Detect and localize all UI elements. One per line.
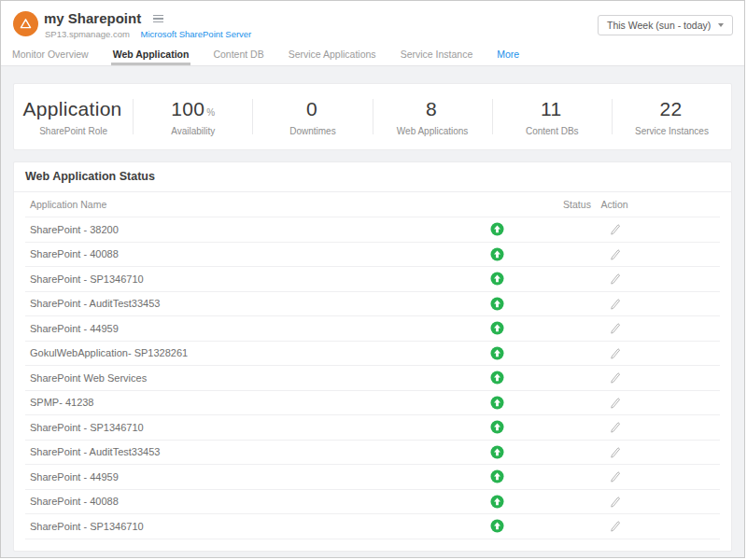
edit-button[interactable] — [596, 248, 633, 260]
pencil-icon — [609, 496, 621, 508]
status-up-icon — [490, 272, 504, 286]
table-row: SharePoint - 38200 — [25, 217, 720, 243]
table-row: SharePoint - SP1346710 — [25, 267, 720, 292]
pencil-icon — [609, 298, 621, 310]
stat-label: Service Instances — [613, 126, 731, 136]
stat-value: 100 — [171, 98, 204, 119]
status-up-icon — [490, 495, 504, 509]
tab-bar: Monitor Overview Web Application Content… — [1, 48, 744, 66]
server-type-link[interactable]: Microsoft SharePoint Server — [140, 29, 251, 39]
tab-content-db[interactable]: Content DB — [211, 48, 265, 65]
stat-value: 8 — [426, 98, 437, 119]
table-header-row: Application Name Status Action — [25, 192, 720, 217]
host-name: SP13.spmanage.com — [45, 29, 130, 39]
stat-value: 22 — [659, 98, 682, 119]
edit-button[interactable] — [596, 496, 633, 508]
edit-button[interactable] — [596, 520, 633, 532]
status-cell — [484, 272, 510, 286]
main-content: Application SharePoint Role 100% Availab… — [1, 66, 744, 552]
status-up-icon — [490, 420, 504, 434]
edit-button[interactable] — [596, 421, 633, 433]
application-name: GokulWebApplication- SP1328261 — [30, 347, 484, 358]
status-cell — [484, 469, 510, 483]
tab-more[interactable]: More — [495, 48, 521, 65]
status-cell — [484, 495, 510, 509]
column-application-name: Application Name — [30, 199, 558, 210]
status-cell — [484, 297, 510, 311]
pencil-icon — [609, 347, 621, 359]
tab-monitor-overview[interactable]: Monitor Overview — [10, 48, 91, 65]
table-body: SharePoint - 38200 SharePoint - 40088 — [25, 217, 720, 539]
application-name: SharePoint - AuditTest33453 — [30, 446, 484, 457]
application-name: SharePoint - 38200 — [30, 224, 484, 235]
application-name: SharePoint - 40088 — [30, 496, 484, 507]
card-title: Web Application Status — [14, 162, 731, 191]
status-up-icon — [490, 247, 504, 261]
status-up-icon — [490, 396, 504, 410]
application-name: SharePoint - 44959 — [30, 323, 484, 334]
column-status: Status — [558, 199, 596, 210]
table-row: SharePoint - SP1346710 — [25, 415, 720, 441]
edit-button[interactable] — [596, 298, 633, 310]
application-name: SharePoint - 44959 — [30, 471, 484, 483]
pencil-icon — [609, 446, 621, 458]
summary-stats-card: Application SharePoint Role 100% Availab… — [13, 83, 732, 150]
status-up-icon — [490, 346, 504, 360]
application-name: SharePoint - 40088 — [30, 248, 484, 259]
stat-content-dbs: 11 Content DBs — [493, 98, 612, 136]
table-row: SharePoint - AuditTest33453 — [25, 441, 720, 466]
pencil-icon — [609, 421, 621, 433]
table-row: SharePoint Web Services — [25, 366, 720, 391]
table-row: SharePoint - SP1346710 — [25, 514, 720, 539]
period-dropdown-value: This Week (sun - today) — [607, 20, 711, 31]
status-cell — [484, 396, 510, 410]
edit-button[interactable] — [596, 322, 633, 334]
sharepoint-monitor-logo — [13, 11, 38, 36]
edit-button[interactable] — [596, 371, 633, 384]
application-name: SharePoint - SP1346710 — [30, 273, 484, 285]
edit-button[interactable] — [596, 446, 633, 458]
hamburger-menu-icon[interactable] — [153, 13, 163, 25]
stat-web-applications: 8 Web Applications — [374, 98, 492, 136]
stat-label: Availability — [134, 126, 252, 136]
tab-service-applications[interactable]: Service Applications — [287, 48, 378, 65]
status-up-icon — [490, 297, 504, 311]
stat-label: Downtimes — [253, 126, 372, 136]
status-cell — [484, 445, 510, 459]
status-up-icon — [490, 321, 504, 335]
stat-label: SharePoint Role — [14, 126, 133, 136]
table-row: SPMP- 41238 — [25, 391, 720, 416]
stat-sharepoint-role: Application SharePoint Role — [14, 98, 133, 136]
pencil-icon — [609, 322, 621, 334]
application-name: SharePoint - AuditTest33453 — [30, 298, 484, 309]
status-up-icon — [490, 445, 504, 459]
edit-button[interactable] — [596, 397, 633, 409]
pencil-icon — [609, 470, 621, 483]
status-cell — [484, 420, 510, 434]
table-row: GokulWebApplication- SP1328261 — [25, 342, 720, 367]
status-cell — [484, 247, 510, 261]
tab-web-application[interactable]: Web Application — [111, 48, 191, 65]
table-row: SharePoint - AuditTest33453 — [25, 292, 720, 317]
period-dropdown[interactable]: This Week (sun - today) — [598, 15, 733, 35]
status-cell — [484, 519, 510, 533]
edit-button[interactable] — [596, 470, 633, 483]
pencil-icon — [609, 223, 621, 235]
tab-service-instance[interactable]: Service Instance — [399, 48, 475, 65]
edit-button[interactable] — [596, 223, 633, 235]
web-application-status-card: Web Application Status Application Name … — [13, 161, 732, 552]
column-action: Action — [596, 199, 633, 210]
pencil-icon — [609, 273, 621, 285]
edit-button[interactable] — [596, 273, 633, 285]
status-up-icon — [490, 222, 504, 236]
table-row: SharePoint - 40088 — [25, 490, 720, 515]
stat-downtimes: 0 Downtimes — [253, 98, 372, 136]
stat-service-instances: 22 Service Instances — [613, 98, 731, 136]
status-up-icon — [490, 371, 504, 385]
table-row: SharePoint - 40088 — [25, 243, 720, 268]
edit-button[interactable] — [596, 347, 633, 359]
stat-value: 11 — [541, 98, 561, 119]
status-cell — [484, 346, 510, 360]
pencil-icon — [609, 520, 621, 532]
warning-triangle-icon — [19, 17, 33, 31]
